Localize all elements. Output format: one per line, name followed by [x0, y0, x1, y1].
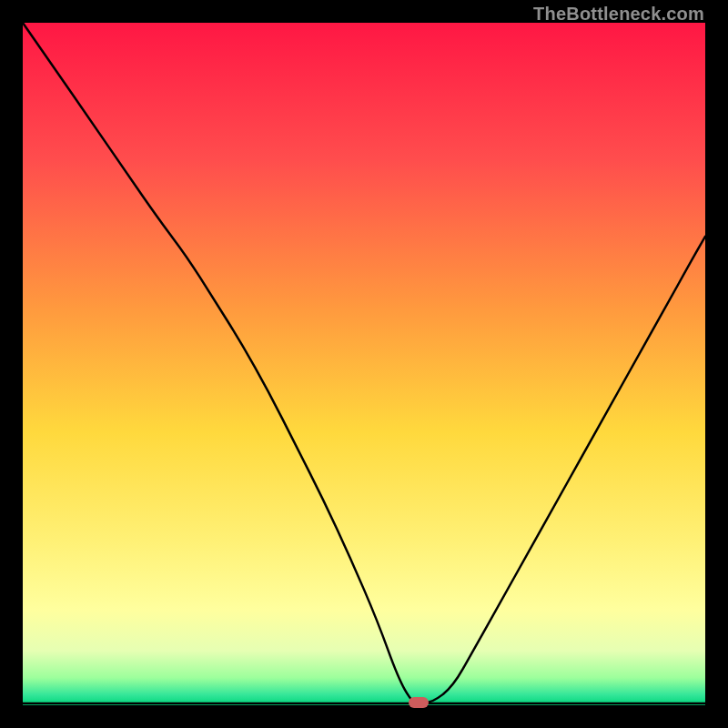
bottleneck-curve	[23, 23, 705, 705]
minimum-marker	[409, 697, 429, 708]
watermark-text: TheBottleneck.com	[533, 4, 704, 25]
chart-container: TheBottleneck.com	[0, 0, 728, 728]
plot-area	[23, 23, 705, 705]
